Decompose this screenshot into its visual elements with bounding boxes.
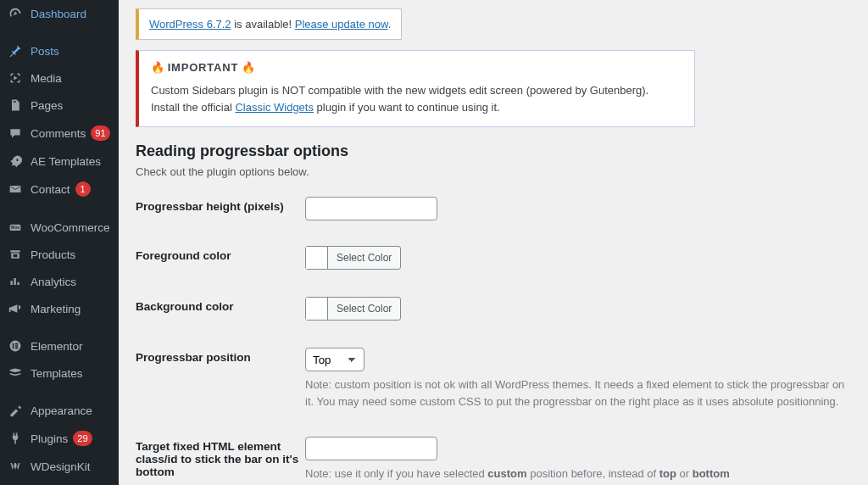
sidebar-item-comments[interactable]: Comments91	[0, 119, 119, 148]
wdesign-icon	[7, 460, 24, 473]
sidebar-item-plugins[interactable]: Plugins29	[0, 424, 119, 453]
media-icon	[7, 71, 24, 85]
height-input[interactable]	[305, 197, 437, 220]
sidebar-item-label: Templates	[31, 367, 83, 380]
marketing-icon	[7, 302, 24, 315]
wordpress-update-notice: WordPress 6.7.2 is available! Please upd…	[136, 8, 402, 40]
sidebar-item-appearance[interactable]: Appearance	[0, 397, 119, 424]
rocket-icon	[7, 154, 24, 168]
position-select[interactable]: Top	[305, 348, 364, 371]
wordpress-version-link[interactable]: WordPress 6.7.2	[149, 18, 231, 31]
svg-text:Woo: Woo	[11, 226, 19, 230]
sidebar-item-woocommerce[interactable]: WooWooCommerce	[0, 214, 119, 241]
fire-icon: 🔥	[242, 61, 255, 74]
sidebar-item-products[interactable]: Products	[0, 241, 119, 268]
sidebar-item-label: Elementor	[31, 340, 83, 353]
sidebar-item-label: WDesignKit	[31, 460, 91, 473]
warning-line-2a: Install the official	[151, 101, 235, 114]
sidebar-item-label: Contact	[31, 183, 70, 196]
products-icon	[7, 248, 24, 261]
sidebar-item-label: Analytics	[31, 276, 76, 288]
sidebar-item-label: Posts	[31, 45, 59, 58]
position-note: Note: custom position is not ok with all…	[305, 376, 848, 410]
woo-icon: Woo	[7, 220, 24, 234]
elementor-icon	[7, 339, 24, 353]
sidebar-item-analytics[interactable]: Analytics	[0, 268, 119, 295]
count-badge: 91	[91, 125, 109, 141]
dashboard-icon	[7, 7, 24, 20]
target-label: Target fixed HTML element class/id to st…	[136, 437, 305, 478]
sidebar-item-dashboard[interactable]: Dashboard	[0, 0, 119, 27]
position-label: Progressbar position	[136, 348, 305, 364]
warning-line-1: Custom Sidebars plugin is NOT compatible…	[151, 84, 648, 97]
envelope-icon	[7, 182, 24, 196]
pin-icon	[7, 44, 24, 58]
sidebar-item-label: Products	[31, 248, 75, 261]
appearance-icon	[7, 404, 24, 417]
update-notice-text: is available!	[231, 18, 295, 31]
page-title: Reading progressbar options	[136, 142, 851, 160]
page-subtitle: Check out the plugin options below.	[136, 165, 851, 178]
sidebar-item-label: Marketing	[31, 303, 81, 315]
analytics-icon	[7, 275, 24, 288]
count-badge: 1	[75, 181, 91, 197]
foreground-swatch	[306, 247, 328, 269]
comment-icon	[7, 126, 24, 140]
important-label: IMPORTANT	[168, 61, 239, 74]
sidebar-item-label: Comments	[31, 127, 86, 140]
templates-icon	[7, 366, 24, 380]
sidebar-item-media[interactable]: Media	[0, 64, 119, 92]
sidebar-item-label: Media	[31, 72, 62, 85]
sidebar-item-wdesignkit[interactable]: WDesignKit	[0, 453, 119, 480]
sidebar-item-templates[interactable]: Templates	[0, 360, 119, 387]
count-badge: 29	[73, 431, 92, 446]
sidebar-item-contact[interactable]: Contact1	[0, 175, 119, 203]
target-note: Note: use it only if you have selected c…	[305, 465, 848, 482]
sidebar-item-label: Plugins	[31, 432, 68, 445]
height-label: Progressbar height (pixels)	[136, 197, 305, 213]
warning-line-2b: plugin if you want to continue using it.	[314, 101, 500, 114]
select-color-label: Select Color	[328, 252, 400, 264]
sidebar-item-ae-templates[interactable]: AE Templates	[0, 148, 119, 175]
background-color-label: Background color	[136, 297, 305, 313]
sidebar-item-the-plus-addons[interactable]: The Plus Addons	[0, 480, 119, 485]
sidebar-item-pages[interactable]: Pages	[0, 92, 119, 119]
content-area: WordPress 6.7.2 is available! Please upd…	[119, 0, 868, 485]
page-icon	[7, 98, 24, 112]
plug-icon	[7, 432, 24, 445]
foreground-color-label: Foreground color	[136, 246, 305, 262]
background-swatch	[306, 298, 328, 320]
fire-icon: 🔥	[151, 61, 164, 74]
sidebar-item-elementor[interactable]: Elementor	[0, 332, 119, 360]
sidebar-item-label: Pages	[31, 99, 63, 112]
options-form: Progressbar height (pixels) Foreground c…	[136, 197, 851, 482]
sidebar-item-label: AE Templates	[31, 155, 101, 168]
classic-widgets-link[interactable]: Classic Widgets	[235, 101, 313, 114]
target-input[interactable]	[305, 437, 437, 460]
sidebar-item-label: Appearance	[31, 404, 92, 417]
sidebar-item-label: WooCommerce	[31, 221, 110, 234]
important-warning-notice: 🔥 IMPORTANT 🔥 Custom Sidebars plugin is …	[136, 50, 695, 127]
sidebar-item-posts[interactable]: Posts	[0, 37, 119, 64]
sidebar-item-label: Dashboard	[31, 8, 86, 20]
background-color-picker[interactable]: Select Color	[305, 297, 401, 321]
update-now-link[interactable]: Please update now	[295, 18, 388, 31]
foreground-color-picker[interactable]: Select Color	[305, 246, 401, 270]
sidebar-item-marketing[interactable]: Marketing	[0, 295, 119, 322]
select-color-label: Select Color	[328, 303, 400, 315]
admin-sidebar: DashboardPostsMediaPagesComments91AE Tem…	[0, 0, 119, 485]
